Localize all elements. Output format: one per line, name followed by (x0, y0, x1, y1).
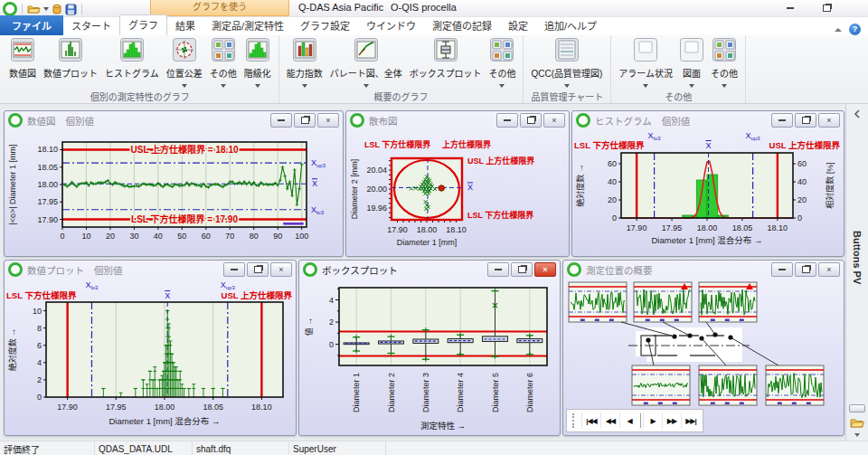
open-dropdown-icon[interactable] (43, 7, 49, 11)
ribbon-item-capability-index[interactable]: 能力指数 (283, 38, 326, 90)
fast-forward-button[interactable]: ▶▶ (662, 412, 681, 429)
quick-access-tab[interactable]: グラフを使う (150, 0, 289, 16)
dropdown-caret-icon[interactable] (363, 84, 369, 88)
svg-text:17.90: 17.90 (37, 215, 58, 224)
window-numeric-chart: 数値図 個別値 × 010203040506070809010017.9017.… (4, 110, 344, 257)
window-titlebar[interactable]: 数値プロット 個別値 × (5, 261, 296, 279)
open-folder-icon[interactable] (27, 4, 41, 14)
menu-tab-start[interactable]: スタート (63, 15, 119, 35)
ribbon-item-value-plot[interactable]: 数値プロット (40, 38, 101, 90)
ribbon-item-box-plot[interactable]: ボックスプロット (406, 38, 486, 90)
svg-text:17.90: 17.90 (627, 223, 647, 232)
window-titlebar[interactable]: ヒストグラム 個別値 × (572, 111, 844, 129)
ribbon-item-histogram[interactable]: ヒストグラム (101, 38, 163, 90)
restore-button[interactable] (247, 262, 269, 277)
close-button[interactable]: × (818, 262, 840, 277)
dropdown-caret-icon[interactable] (221, 84, 226, 88)
panel-collapse-button[interactable] (849, 106, 865, 122)
database-icon[interactable] (52, 4, 62, 15)
ribbon-item-label: パレート図、全体 (330, 66, 402, 80)
buttons-pv-panel: Buttons PV (845, 104, 868, 441)
ribbon-item-misc-other[interactable]: その他 (707, 38, 741, 90)
minimized-window-button[interactable] (849, 404, 865, 412)
close-button[interactable]: × (270, 262, 292, 277)
ribbon-item-drawing[interactable]: 図面 (676, 38, 707, 90)
svg-text:20.00: 20.00 (366, 185, 387, 194)
menu-tab-part-characteristic[interactable]: 測定品/測定特性 (203, 15, 292, 35)
window-titlebar[interactable]: 散布図 × (346, 111, 569, 129)
menu-tab-results[interactable]: 結果 (167, 15, 203, 35)
minimize-button[interactable] (270, 113, 292, 128)
minimize-button[interactable] (487, 262, 509, 277)
close-button[interactable]: × (818, 113, 840, 128)
ribbon-item-misc-summary[interactable]: その他 (485, 38, 519, 90)
grid-icon (212, 38, 235, 65)
dropdown-caret-icon[interactable] (643, 84, 648, 88)
dropdown-caret-icon[interactable] (182, 84, 187, 88)
target-icon (173, 38, 196, 65)
ribbon-item-position-tolerance[interactable]: 位置公差 (163, 38, 206, 90)
previous-record-button[interactable]: ◀ (619, 412, 638, 429)
ribbon-item-alarm-status[interactable]: アラーム状況 (615, 38, 676, 90)
restore-window-button[interactable] (814, 2, 839, 14)
ribbon-item-qcc[interactable]: QCC(品質管理図) (527, 38, 606, 90)
menu-tab-value-recording[interactable]: 測定値の記録 (424, 15, 500, 35)
close-button[interactable]: × (317, 113, 339, 128)
restore-button[interactable] (520, 113, 542, 128)
valueplot-icon (59, 38, 82, 65)
collapse-ribbon-icon[interactable] (835, 28, 842, 32)
ribbon-item-classification[interactable]: 階級化 (241, 38, 275, 90)
chevron-down-icon[interactable] (854, 433, 860, 437)
minimize-button[interactable] (771, 113, 793, 128)
capability-icon (293, 38, 316, 65)
svg-text:Diameter 6: Diameter 6 (525, 373, 534, 412)
histogram-canvas: 17.9017.9518.0018.0518.1000202040406060X… (572, 129, 842, 254)
dropdown-caret-icon[interactable] (722, 84, 727, 88)
help-icon[interactable]: ? (849, 24, 861, 35)
dropdown-caret-icon[interactable] (499, 84, 505, 88)
restore-button[interactable] (294, 113, 316, 128)
svg-text:USL 上方仕様限界 = 18.10: USL 上方仕様限界 = 18.10 (130, 144, 238, 155)
window-titlebar[interactable]: ボックスプロット × (299, 261, 560, 279)
dropdown-caret-icon[interactable] (255, 84, 260, 88)
toolbar-grip[interactable] (572, 413, 577, 428)
dropdown-caret-icon[interactable] (689, 84, 694, 88)
fast-back-button[interactable]: ◀◀ (600, 412, 619, 429)
menu-tab-window[interactable]: ウインドウ (358, 15, 424, 35)
close-button[interactable]: × (543, 113, 565, 128)
dropdown-caret-icon[interactable] (564, 84, 570, 88)
minimize-button[interactable] (223, 262, 245, 277)
svg-text:70: 70 (225, 232, 234, 241)
restore-button[interactable] (795, 262, 816, 277)
ribbon-item-misc-individual[interactable]: その他 (206, 38, 241, 90)
menu-tab-graph[interactable]: グラフ (119, 14, 167, 35)
window-titlebar[interactable]: 数値図 個別値 × (5, 111, 343, 129)
next-record-button[interactable]: ▶ (643, 412, 662, 429)
minimize-button[interactable] (771, 262, 793, 277)
svg-text:Xup3: Xup3 (221, 280, 236, 290)
svg-text:Xup3: Xup3 (311, 158, 326, 168)
restore-button[interactable] (795, 113, 816, 128)
menu-tab-settings[interactable]: 設定 (500, 15, 536, 35)
last-record-button[interactable]: ▶▶| (681, 412, 700, 429)
close-button[interactable]: × (534, 262, 556, 277)
save-icon[interactable] (65, 4, 77, 15)
menu-tab-file[interactable]: ファイル (0, 15, 63, 35)
ribbon-item-value-chart[interactable]: 数値図 (5, 38, 40, 90)
first-record-button[interactable]: |◀◀ (581, 412, 600, 429)
ribbon-item-label: その他 (488, 66, 515, 80)
ribbon-item-pareto[interactable]: パレート図、全体 (326, 38, 406, 90)
minimize-window-button[interactable] (778, 2, 803, 14)
svg-text:60: 60 (797, 159, 807, 168)
svg-text:17.95: 17.95 (106, 403, 127, 412)
window-titlebar[interactable]: 測定位置の概要 × (563, 261, 844, 279)
folder-open-icon[interactable] (850, 417, 864, 429)
svg-text:30: 30 (129, 232, 138, 241)
statusbar-cell-0: 評価終了 (0, 441, 95, 455)
restore-button[interactable] (511, 262, 533, 277)
menu-tab-addons-help[interactable]: 追加/ヘルプ (536, 15, 605, 35)
dropdown-caret-icon[interactable] (302, 84, 307, 88)
minimize-button[interactable] (496, 113, 518, 128)
chevron-left-icon (854, 109, 861, 118)
menu-tab-graph-settings[interactable]: グラフ設定 (292, 15, 358, 35)
